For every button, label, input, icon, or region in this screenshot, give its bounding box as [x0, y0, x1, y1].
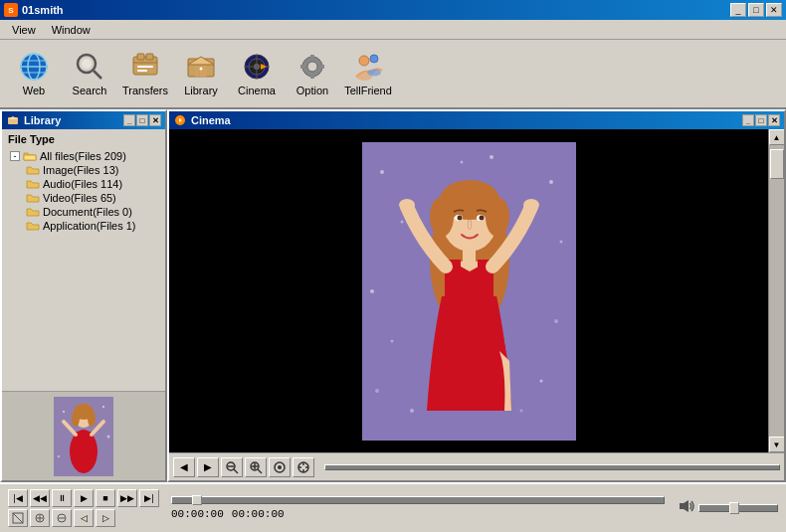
svg-rect-11 — [146, 54, 153, 60]
scroll-track[interactable] — [769, 145, 785, 437]
toolbar-tellfriend-button[interactable]: TellFriend — [342, 44, 394, 103]
cinema-fullscreen-button[interactable] — [293, 457, 314, 477]
library-thumbnail — [2, 391, 165, 480]
svg-point-61 — [559, 240, 562, 243]
tree-view: - All files(Files 209) — [2, 149, 165, 391]
play-button[interactable]: ▶ — [74, 489, 94, 507]
minimize-button[interactable]: _ — [730, 3, 746, 17]
transfers-label: Transfers — [122, 85, 168, 96]
tree-image-label: Image(Files 13) — [43, 164, 118, 176]
library-close-button[interactable]: ✕ — [149, 114, 161, 126]
svg-point-67 — [490, 155, 493, 159]
library-maximize-button[interactable]: □ — [136, 114, 148, 126]
time-current: 00:00:00 — [171, 508, 224, 520]
svg-rect-13 — [137, 66, 153, 68]
toolbar-web-button[interactable]: Web — [8, 44, 60, 103]
cinema-scrollbar[interactable]: ▲ ▼ — [768, 129, 784, 452]
cinema-minimize-button[interactable]: _ — [742, 114, 754, 126]
pause-button[interactable]: ⏸ — [52, 489, 72, 507]
svg-point-66 — [460, 160, 463, 163]
progress-thumb[interactable] — [192, 495, 202, 505]
folder-icon-audio — [26, 178, 40, 190]
panels-row: Library _ □ ✕ File Type - — [0, 109, 786, 482]
toolbar-library-button[interactable]: Library — [175, 44, 227, 103]
extra-btn-3[interactable] — [52, 509, 72, 527]
menu-window[interactable]: Window — [44, 22, 98, 38]
playback-row-2: ◁ ▷ — [8, 509, 159, 527]
volume-area — [677, 496, 778, 520]
file-type-label: File Type — [2, 129, 165, 149]
app-title: 01smith — [22, 4, 64, 16]
progress-track[interactable] — [171, 496, 665, 504]
folder-icon-application — [26, 220, 40, 232]
cinema-content — [169, 129, 768, 452]
menu-view[interactable]: View — [4, 22, 44, 38]
step-fwd-button[interactable]: ▶▶ — [117, 489, 137, 507]
option-label: Option — [296, 85, 328, 96]
cinema-progress-bar[interactable] — [324, 464, 780, 470]
tree-item-document[interactable]: Document(Files 0) — [26, 205, 161, 219]
transfers-icon — [129, 51, 161, 83]
cinema-close-button[interactable]: ✕ — [768, 114, 780, 126]
svg-point-49 — [102, 406, 104, 408]
svg-point-62 — [554, 319, 558, 323]
cinema-forward-button[interactable]: ▶ — [197, 457, 219, 477]
next-frame-button[interactable]: ▶| — [139, 489, 159, 507]
tree-expand-root[interactable]: - — [10, 151, 20, 161]
folder-icon-image — [26, 164, 40, 176]
scroll-thumb[interactable] — [770, 149, 784, 179]
svg-point-73 — [399, 199, 415, 211]
tree-root-label: All files(Files 209) — [40, 150, 126, 162]
tree-item-audio[interactable]: Audio(Files 114) — [26, 177, 161, 191]
folder-open-icon — [23, 150, 37, 162]
svg-point-63 — [539, 379, 542, 382]
library-icon — [185, 51, 217, 83]
svg-line-88 — [258, 469, 262, 473]
cinema-fit-button[interactable] — [269, 457, 291, 477]
prev-frame-button[interactable]: |◀ — [8, 489, 28, 507]
cinema-maximize-button[interactable]: □ — [755, 114, 767, 126]
svg-line-99 — [13, 513, 23, 523]
cinema-zoom-in-button[interactable] — [245, 457, 267, 477]
svg-point-46 — [72, 411, 80, 427]
extra-btn-4[interactable]: ◁ — [74, 509, 94, 527]
cinema-back-button[interactable]: ◀ — [173, 457, 195, 477]
tree-item-video[interactable]: Video(Files 65) — [26, 191, 161, 205]
tree-item-root[interactable]: - All files(Files 209) — [10, 149, 161, 163]
svg-point-82 — [457, 215, 462, 220]
svg-point-56 — [400, 220, 403, 223]
tree-children: Image(Files 13) Audio(Files 114) — [26, 163, 161, 233]
svg-rect-14 — [137, 70, 147, 72]
toolbar-cinema-button[interactable]: Cinema — [231, 44, 283, 103]
option-icon — [296, 51, 328, 83]
library-minimize-button[interactable]: _ — [123, 114, 135, 126]
toolbar-transfers-button[interactable]: Transfers — [119, 44, 171, 103]
extra-btn-1[interactable] — [8, 509, 28, 527]
extra-btn-5[interactable]: ▷ — [96, 509, 115, 527]
web-label: Web — [23, 85, 45, 96]
cinema-zoom-out-button[interactable] — [221, 457, 243, 477]
svg-point-58 — [390, 339, 393, 342]
volume-thumb[interactable] — [729, 502, 739, 514]
maximize-button[interactable]: □ — [748, 3, 764, 17]
bottom-area: 00:00:00 00:00:00 — [171, 496, 665, 520]
library-panel-icon — [6, 113, 20, 127]
cinema-toolbar: ◀ ▶ — [169, 452, 784, 480]
svg-point-74 — [523, 199, 539, 211]
volume-track[interactable] — [698, 504, 778, 512]
svg-rect-31 — [319, 65, 324, 69]
menu-bar: View Window — [0, 20, 786, 40]
svg-point-78 — [430, 197, 454, 237]
svg-point-19 — [200, 68, 203, 71]
stop-button[interactable]: ■ — [96, 489, 115, 507]
toolbar-option-button[interactable]: Option — [287, 44, 338, 103]
scroll-up-button[interactable]: ▲ — [769, 129, 785, 145]
tree-item-image[interactable]: Image(Files 13) — [26, 163, 161, 177]
toolbar-search-button[interactable]: Search — [64, 44, 115, 103]
step-back-button[interactable]: ◀◀ — [30, 489, 50, 507]
close-button[interactable]: ✕ — [766, 3, 782, 17]
scroll-down-button[interactable]: ▼ — [769, 437, 785, 452]
extra-btn-2[interactable] — [30, 509, 50, 527]
tree-item-application[interactable]: Application(Files 1) — [26, 219, 161, 233]
svg-point-79 — [486, 197, 509, 237]
